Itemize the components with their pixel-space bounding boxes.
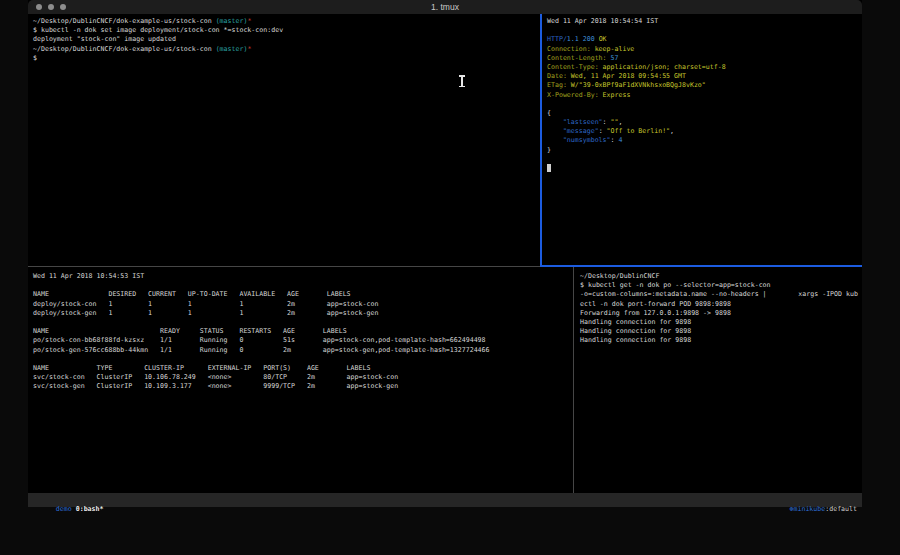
terminal-line [33, 355, 573, 364]
pane-border-vertical-top-active [540, 14, 542, 266]
terminal-line [547, 155, 862, 164]
title-bar: 1. tmux [28, 0, 862, 14]
terminal-line [547, 26, 862, 35]
pane-border-vertical-bottom [573, 267, 574, 493]
terminal-line: ETag: W/"39-0xBPf9aF1dXVNkhsxoBQgJ8vKzo" [547, 81, 862, 90]
terminal-line: "message": "Off to Berlin!", [547, 127, 862, 136]
terminal-line: { [547, 109, 862, 118]
terminal-line: Handling connection for 9898 [580, 336, 862, 345]
kube-context: minikube [793, 505, 825, 513]
terminal-line: "numsymbols": 4 [547, 136, 862, 145]
pane-http-response[interactable]: Wed 11 Apr 2018 10:54:54 IST HTTP/1.1 20… [542, 14, 862, 266]
terminal-line: svc/stock-con ClusterIP 10.106.78.249 <n… [33, 373, 573, 382]
terminal-line: svc/stock-gen ClusterIP 10.109.3.177 <no… [33, 382, 573, 391]
terminal-line: deploy/stock-con 1 1 1 1 2m app=stock-co… [33, 300, 573, 309]
terminal-line: NAME TYPE CLUSTER-IP EXTERNAL-IP PORT(S)… [33, 364, 573, 373]
terminal-line [547, 164, 862, 173]
terminal-line: deployment "stock-con" image updated [33, 35, 540, 44]
terminal-line: NAME DESIRED CURRENT UP-TO-DATE AVAILABL… [33, 290, 573, 299]
terminal-line: Wed 11 Apr 2018 10:54:54 IST [547, 17, 862, 26]
kube-namespace: :default [825, 505, 857, 513]
terminal-line [33, 318, 573, 327]
terminal-line: ~/Desktop/DublinCNCF [580, 272, 862, 281]
tmux-status-bar: demo 0:bash* ⊛minikube:default [28, 493, 862, 507]
window-item-bash[interactable]: 0:bash* [76, 505, 104, 513]
mouse-ibeam-cursor [458, 75, 465, 87]
terminal-line: Content-Type: application/json; charset=… [547, 63, 862, 72]
terminal-line [547, 100, 862, 109]
status-left: demo 0:bash* [28, 495, 104, 504]
terminal-line: $ kubectl -n dok set image deployment/st… [33, 26, 540, 35]
terminal-line: Wed 11 Apr 2018 10:54:53 IST [33, 272, 573, 281]
terminal-line: X-Powered-By: Express [547, 91, 862, 100]
status-right: ⊛minikube:default [766, 495, 862, 504]
pane-kubectl-set-image[interactable]: ~/Desktop/DublinCNCF/dok-example-us/stoc… [28, 14, 540, 266]
terminal-line: Forwarding from 127.0.0.1:9898 -> 9898 [580, 309, 862, 318]
terminal-line: ~/Desktop/DublinCNCF/dok-example-us/stoc… [33, 45, 540, 54]
terminal-line: po/stock-gen-576cc688bb-44kmn 1/1 Runnin… [33, 346, 573, 355]
terminal-line: Handling connection for 9898 [580, 327, 862, 336]
terminal-line [33, 281, 573, 290]
terminal-line: } [547, 146, 862, 155]
terminal-line: deploy/stock-gen 1 1 1 1 2m app=stock-ge… [33, 309, 573, 318]
terminal-line: Date: Wed, 11 Apr 2018 09:54:55 GMT [547, 72, 862, 81]
terminal-line: po/stock-con-bb68f88fd-kzsxz 1/1 Running… [33, 336, 573, 345]
window-title: 1. tmux [28, 2, 862, 12]
terminal-line: NAME READY STATUS RESTARTS AGE LABELS [33, 327, 573, 336]
terminal-line: Connection: keep-alive [547, 45, 862, 54]
terminal-window: 1. tmux ~/Desktop/DublinCNCF/dok-example… [28, 0, 862, 507]
pane-port-forward[interactable]: ~/Desktop/DublinCNCF$ kubectl get -n dok… [575, 268, 862, 493]
terminal-line: ~/Desktop/DublinCNCF/dok-example-us/stoc… [33, 17, 540, 26]
terminal-line: $ [33, 54, 540, 63]
terminal-line: Handling connection for 9898 [580, 318, 862, 327]
pane-border-horizontal-left [28, 266, 540, 267]
terminal-line: $ kubectl get -n dok po --selector=app=s… [580, 281, 862, 290]
terminal-line: -o=custom-columns=:metadata.name --no-he… [580, 290, 862, 299]
terminal-line: ectl -n dok port-forward POD 9898:9898 [580, 300, 862, 309]
terminal-line: "lastseen": "", [547, 118, 862, 127]
terminal-line: Content-Length: 57 [547, 54, 862, 63]
terminal-line: HTTP/1.1 200 OK [547, 35, 862, 44]
pane-border-horizontal-right-active [540, 265, 862, 267]
session-name: demo [56, 505, 72, 513]
pane-kubectl-get-watch[interactable]: Wed 11 Apr 2018 10:54:53 IST NAME DESIRE… [28, 268, 573, 493]
